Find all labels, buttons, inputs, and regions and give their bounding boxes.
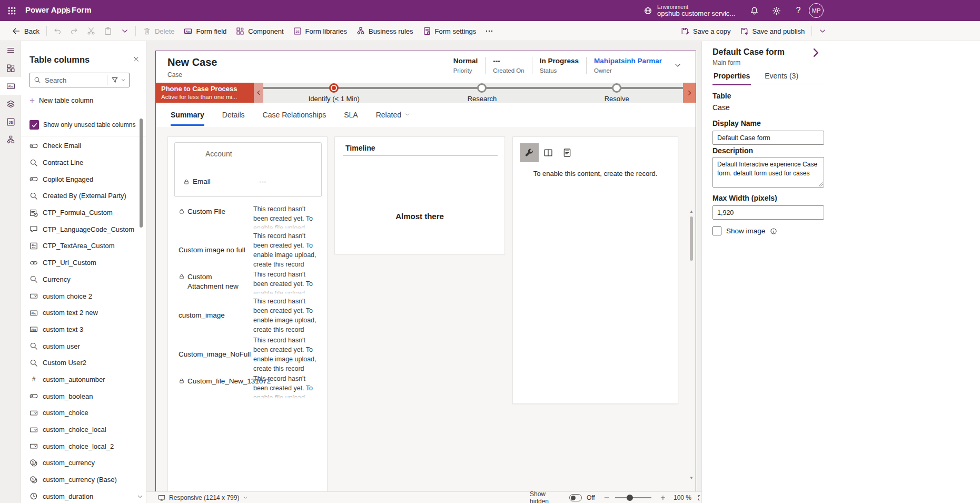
bpf-banner[interactable]: Phone to Case Process Active for less th… <box>156 83 254 103</box>
canvas-scrollbar[interactable]: ▲ ▼ <box>688 209 695 481</box>
table-column-item[interactable]: CTP_Url_Custom <box>21 254 146 271</box>
table-column-item[interactable]: Abccustom text 2 new <box>21 304 146 321</box>
help-button[interactable]: ? <box>788 0 809 21</box>
table-column-item[interactable]: custom_choice_local_2 <box>21 438 146 455</box>
rail-business-rules-button[interactable] <box>0 131 21 149</box>
table-column-item[interactable]: $custom_currency <box>21 455 146 471</box>
form-tab-button[interactable] <box>558 143 577 162</box>
header-field[interactable]: In ProgressStatus <box>532 57 586 74</box>
avatar[interactable]: MP <box>809 3 824 18</box>
form-tab-related[interactable]: Related <box>376 104 410 126</box>
stage-circle-icon[interactable] <box>612 83 621 93</box>
table-column-item[interactable]: Currency <box>21 271 146 288</box>
table-column-item[interactable]: custom_duration <box>21 488 146 503</box>
table-column-item[interactable]: custom user <box>21 338 146 354</box>
form-field-button[interactable]: AbcForm field <box>179 21 231 41</box>
tools-tab-button[interactable] <box>520 143 539 162</box>
close-panel-button[interactable] <box>130 53 142 65</box>
properties-tab-events-3-[interactable]: Events (3) <box>764 68 799 85</box>
cut-button[interactable] <box>83 21 100 41</box>
form-preview[interactable]: New Case Case NormalPriority---Created O… <box>155 51 696 503</box>
form-tab-summary[interactable]: Summary <box>171 104 204 126</box>
form-field-row[interactable]: Custom Attachment newThis record hasn't … <box>179 270 320 296</box>
email-field[interactable]: Email <box>183 177 211 185</box>
zoom-slider[interactable] <box>615 494 652 501</box>
account-card[interactable]: Account Email --- <box>174 142 322 197</box>
table-column-item[interactable]: custom_choice <box>21 405 146 421</box>
form-settings-button[interactable]: Form settings <box>418 21 481 41</box>
header-field-value[interactable]: Mahipatsinh Parmar <box>594 57 662 66</box>
environment-picker[interactable]: Environment opshub customer servic... <box>644 0 735 21</box>
form-field-row[interactable]: Custom FileThis record hasn't been creat… <box>179 204 320 231</box>
collapse-panel-button[interactable] <box>810 47 821 58</box>
zoom-in-button[interactable] <box>660 494 666 501</box>
save-a-copy-button[interactable]: Save a copy <box>676 21 736 41</box>
settings-button[interactable] <box>766 0 787 21</box>
table-column-item[interactable]: Custom User2 <box>21 354 146 371</box>
delete-button[interactable]: Delete <box>138 21 180 41</box>
knowledge-tab-button[interactable] <box>539 143 558 162</box>
table-column-item[interactable]: Check Email <box>21 137 146 154</box>
table-column-item[interactable]: Copilot Engaged <box>21 171 146 188</box>
fit-screen-button[interactable] <box>698 494 701 501</box>
scrollbar-thumb[interactable] <box>690 216 693 261</box>
header-field[interactable]: NormalPriority <box>446 57 486 74</box>
table-column-item[interactable]: AbcdefCTP_TextArea_Custom <box>21 238 146 254</box>
show-unused-columns-checkbox[interactable]: Show only unused table columns <box>29 120 135 130</box>
save-and-publish-button[interactable]: Save and publish <box>736 21 810 41</box>
table-column-item[interactable]: #custom_autonumber <box>21 371 146 388</box>
form-tab-case-relationships[interactable]: Case Relationships <box>263 104 326 126</box>
overflow-button[interactable] <box>481 21 498 41</box>
paste-button[interactable] <box>100 21 116 41</box>
redo-button[interactable] <box>66 21 83 41</box>
filter-dropdown-icon[interactable] <box>121 77 126 83</box>
bpf-next-stage-button[interactable] <box>683 83 696 103</box>
responsive-size-selector[interactable]: Responsive (1214 x 799) <box>158 492 248 503</box>
show-hidden-toggle[interactable] <box>569 494 582 501</box>
rail-components-button[interactable] <box>0 59 21 77</box>
form-field-row[interactable]: Custom_image_NoFullThis record hasn't be… <box>179 335 320 374</box>
header-field[interactable]: Mahipatsinh ParmarOwner <box>586 57 669 74</box>
business-rules-button[interactable]: Business rules <box>352 21 418 41</box>
properties-tab-properties[interactable]: Properties <box>712 68 751 85</box>
max-width-input[interactable] <box>712 205 824 220</box>
scroll-down-button[interactable] <box>136 493 144 500</box>
table-column-item[interactable]: Abccustom text 3 <box>21 321 146 338</box>
search-input[interactable] <box>45 76 107 84</box>
zoom-out-button[interactable] <box>603 494 610 501</box>
resize-grip-icon[interactable] <box>818 182 823 186</box>
filter-button[interactable] <box>111 76 118 84</box>
rail-menu-button[interactable] <box>0 41 21 59</box>
table-column-item[interactable]: custom_boolean <box>21 388 146 405</box>
description-input[interactable]: Default Interactive experience Case form… <box>712 157 824 188</box>
notifications-button[interactable] <box>744 0 765 21</box>
table-column-item[interactable]: Contract Line <box>21 154 146 171</box>
form-libraries-button[interactable]: JSForm libraries <box>289 21 352 41</box>
rail-form-libraries-button[interactable]: JS <box>0 113 21 131</box>
form-tab-sla[interactable]: SLA <box>344 104 358 126</box>
form-tab-details[interactable]: Details <box>222 104 245 126</box>
form-field-row[interactable]: Custom image no fullThis record hasn't b… <box>179 231 320 270</box>
header-expand-button[interactable] <box>674 61 682 70</box>
form-field-row[interactable]: custom_imageThis record hasn't been crea… <box>179 296 320 335</box>
sidebar-scrollbar[interactable] <box>140 119 143 228</box>
table-column-item[interactable]: CTP_LanguageCode_Custom <box>21 221 146 238</box>
rail-tree-view-button[interactable] <box>0 95 21 113</box>
table-column-item[interactable]: custom choice 2 <box>21 288 146 304</box>
show-image-checkbox[interactable]: Show image <box>712 226 777 235</box>
slider-knob[interactable] <box>627 495 633 501</box>
rail-table-columns-button[interactable]: Abc <box>0 77 21 95</box>
table-column-item[interactable]: CTP_Formula_Custom <box>21 204 146 221</box>
scroll-down-arrow[interactable]: ▼ <box>688 476 695 481</box>
form-field-row[interactable]: Custom_file_New_131072This record hasn't… <box>179 374 320 400</box>
component-button[interactable]: Component <box>231 21 288 41</box>
table-column-item[interactable]: $custom_currency (Base) <box>21 471 146 488</box>
scroll-up-arrow[interactable]: ▲ <box>688 209 695 214</box>
display-name-input[interactable] <box>712 131 824 145</box>
stage-circle-icon[interactable] <box>477 83 487 93</box>
waffle-menu-button[interactable] <box>0 0 23 21</box>
table-column-item[interactable]: Created By (External Party) <box>21 188 146 204</box>
save-dropdown-button[interactable] <box>814 21 831 41</box>
clipboard-dropdown-button[interactable] <box>116 21 133 41</box>
bpf-collapse-button[interactable] <box>254 83 263 103</box>
